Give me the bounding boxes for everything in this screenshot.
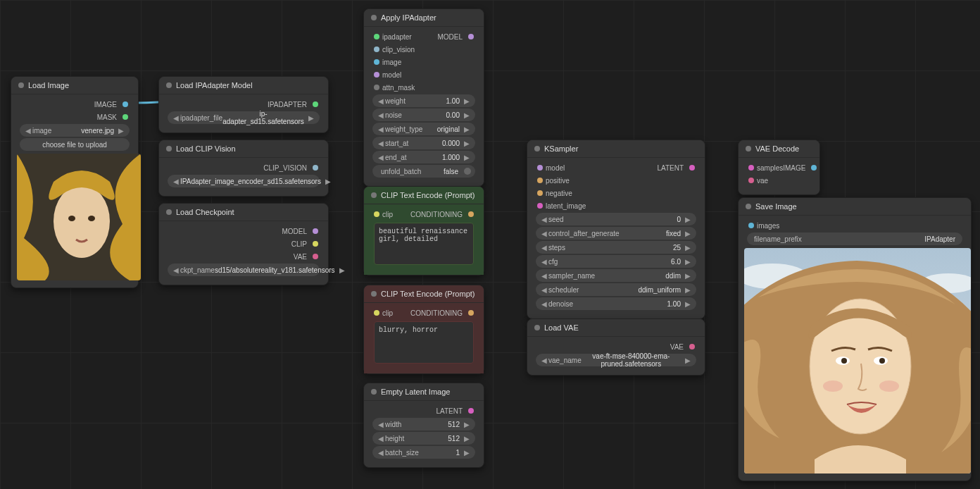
arrow-right-icon[interactable]: ▶ — [117, 127, 125, 135]
widget-weight[interactable]: ◀weight1.00▶ — [372, 94, 475, 107]
input-port-model[interactable] — [537, 165, 543, 171]
collapse-dot-icon[interactable] — [166, 209, 172, 215]
node-titlebar[interactable]: CLIP Text Encode (Prompt) — [364, 187, 484, 204]
node-load-clip-vision[interactable]: Load CLIP Vision CLIP_VISION ◀ IPAdapter… — [158, 140, 329, 197]
arrow-right-icon[interactable]: ▶ — [338, 266, 346, 274]
input-port-ipadapter[interactable] — [374, 34, 379, 39]
collapse-dot-icon[interactable] — [166, 146, 172, 151]
widget-control-after-generate[interactable]: ◀control_after_generatefixed▶ — [536, 227, 696, 240]
choose-file-button[interactable]: choose file to upload — [20, 138, 130, 151]
widget-unfold-batch[interactable]: unfold_batchfalse — [372, 165, 475, 178]
output-port-mask[interactable] — [122, 114, 128, 120]
widget-start-at[interactable]: ◀start_at0.000▶ — [372, 137, 475, 149]
node-titlebar[interactable]: Load CLIP Vision — [159, 140, 328, 158]
widget-ckpt-name[interactable]: ◀ ckpt_name sd15/absolutereality_v181.sa… — [168, 264, 320, 276]
node-titlebar[interactable]: Load VAE — [527, 319, 705, 337]
collapse-dot-icon[interactable] — [371, 192, 377, 198]
input-port-clip[interactable] — [374, 310, 379, 316]
arrow-left-icon[interactable]: ◀ — [377, 435, 385, 442]
collapse-dot-icon[interactable] — [371, 15, 377, 20]
arrow-left-icon[interactable]: ◀ — [377, 421, 385, 428]
collapse-dot-icon[interactable] — [534, 146, 540, 151]
node-titlebar[interactable]: CLIP Text Encode (Prompt) — [364, 285, 484, 303]
output-port-ipadapter[interactable] — [313, 101, 318, 107]
widget-clip-vision-combo[interactable]: ◀ IPAdapter_image_encoder_sd15.safetenso… — [168, 175, 320, 187]
node-load-vae[interactable]: Load VAE VAE ◀vae_namevae-ft-mse-840000-… — [527, 318, 705, 376]
arrow-left-icon[interactable]: ◀ — [540, 286, 548, 294]
arrow-left-icon[interactable]: ◀ — [540, 300, 548, 308]
input-port-attn-mask[interactable] — [374, 85, 379, 90]
arrow-left-icon[interactable]: ◀ — [172, 114, 180, 122]
arrow-left-icon[interactable]: ◀ — [377, 140, 385, 147]
collapse-dot-icon[interactable] — [746, 146, 751, 151]
arrow-right-icon[interactable]: ▶ — [463, 154, 471, 161]
node-ksampler[interactable]: KSampler model LATENT positive negative … — [527, 140, 705, 319]
widget-batch-size[interactable]: ◀batch_size1▶ — [372, 446, 475, 459]
widget-sampler-name[interactable]: ◀sampler_nameddim▶ — [536, 269, 696, 282]
node-load-checkpoint[interactable]: Load Checkpoint MODEL CLIP VAE ◀ ckpt_na… — [158, 203, 329, 285]
output-port-conditioning[interactable] — [468, 211, 474, 217]
arrow-left-icon[interactable]: ◀ — [377, 97, 385, 105]
widget-denoise[interactable]: ◀denoise1.00▶ — [536, 297, 696, 310]
arrow-right-icon[interactable]: ▶ — [463, 97, 471, 105]
widget-noise[interactable]: ◀noise0.00▶ — [372, 109, 475, 121]
input-port-samples[interactable] — [748, 165, 754, 171]
widget-vae-name[interactable]: ◀vae_namevae-ft-mse-840000-ema-pruned.sa… — [536, 354, 696, 366]
arrow-right-icon[interactable]: ▶ — [324, 178, 332, 185]
prompt-text-input[interactable]: blurry, horror — [374, 321, 474, 364]
node-apply-ipadapter[interactable]: Apply IPAdapter ipadapter MODEL clip_vis… — [363, 8, 484, 187]
arrow-right-icon[interactable]: ▶ — [684, 258, 692, 266]
prompt-text-input[interactable]: beautiful renaissance girl, detailed — [374, 223, 474, 265]
arrow-left-icon[interactable]: ◀ — [540, 272, 548, 280]
widget-weight-type[interactable]: ◀weight_typeoriginal▶ — [372, 123, 475, 135]
output-port-latent[interactable] — [468, 408, 474, 414]
arrow-right-icon[interactable]: ▶ — [684, 230, 692, 237]
widget-seed[interactable]: ◀seed0▶ — [536, 213, 696, 225]
widget-image-combo[interactable]: ◀ image venere.jpg ▶ — [20, 124, 130, 137]
node-empty-latent-image[interactable]: Empty Latent Image LATENT ◀width512▶ ◀he… — [363, 383, 484, 468]
node-titlebar[interactable]: VAE Decode — [739, 140, 819, 158]
collapse-dot-icon[interactable] — [371, 291, 377, 297]
node-titlebar[interactable]: Load IPAdapter Model — [159, 77, 328, 94]
output-port-clip[interactable] — [313, 241, 318, 247]
output-port-clip-vision[interactable] — [313, 165, 318, 171]
widget-cfg[interactable]: ◀cfg6.0▶ — [536, 255, 696, 268]
output-port-vae[interactable] — [689, 344, 695, 349]
collapse-dot-icon[interactable] — [18, 82, 24, 88]
arrow-right-icon[interactable]: ▶ — [684, 272, 692, 280]
node-titlebar[interactable]: KSampler — [527, 140, 705, 158]
widget-width[interactable]: ◀width512▶ — [372, 418, 475, 431]
input-port-clip[interactable] — [374, 211, 379, 217]
arrow-right-icon[interactable]: ▶ — [307, 114, 315, 122]
arrow-right-icon[interactable]: ▶ — [463, 125, 471, 133]
arrow-left-icon[interactable]: ◀ — [377, 111, 385, 119]
collapse-dot-icon[interactable] — [534, 325, 540, 330]
collapse-dot-icon[interactable] — [166, 82, 172, 88]
output-port-model[interactable] — [468, 34, 474, 39]
output-port-latent[interactable] — [689, 165, 695, 171]
input-port-clip-vision[interactable] — [374, 47, 379, 52]
arrow-left-icon[interactable]: ◀ — [172, 178, 180, 185]
arrow-right-icon[interactable]: ▶ — [463, 111, 471, 119]
node-load-ipadapter[interactable]: Load IPAdapter Model IPADAPTER ◀ ipadapt… — [158, 76, 329, 133]
collapse-dot-icon[interactable] — [371, 389, 377, 395]
input-port-latent-image[interactable] — [537, 203, 543, 209]
node-save-image[interactable]: Save Image images filename_prefix IPAdap… — [738, 197, 972, 481]
widget-scheduler[interactable]: ◀schedulerddim_uniform▶ — [536, 283, 696, 296]
node-titlebar[interactable]: Load Checkpoint — [159, 204, 328, 221]
widget-steps[interactable]: ◀steps25▶ — [536, 241, 696, 254]
arrow-left-icon[interactable]: ◀ — [24, 127, 32, 135]
node-graph-canvas[interactable]: Load Image IMAGE MASK ◀ image venere.jpg… — [0, 0, 980, 489]
input-port-images[interactable] — [748, 223, 754, 228]
node-titlebar[interactable]: Empty Latent Image — [364, 383, 484, 401]
widget-filename-prefix[interactable]: filename_prefix IPAdapter — [747, 233, 962, 245]
arrow-left-icon[interactable]: ◀ — [377, 154, 385, 161]
node-titlebar[interactable]: Load Image — [11, 77, 138, 94]
toggle-knob-icon[interactable] — [464, 168, 471, 175]
arrow-left-icon[interactable]: ◀ — [377, 449, 385, 457]
arrow-right-icon[interactable]: ▶ — [463, 435, 471, 442]
output-port-model[interactable] — [313, 228, 318, 234]
arrow-right-icon[interactable]: ▶ — [684, 244, 692, 252]
arrow-right-icon[interactable]: ▶ — [684, 286, 692, 294]
arrow-left-icon[interactable]: ◀ — [540, 216, 548, 223]
